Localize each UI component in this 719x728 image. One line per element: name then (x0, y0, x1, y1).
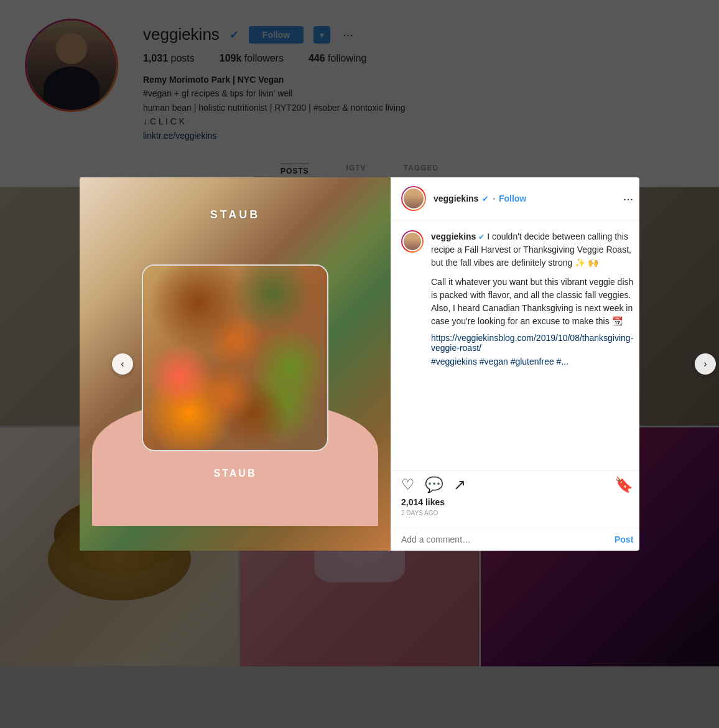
post-content-panel: veggiekins ✔ • Follow ··· veggiekins (391, 177, 639, 551)
action-icons-row: ♡ 💬 ↗ 🔖 (401, 477, 633, 492)
caption-body-2: Call it whatever you want but this vibra… (431, 276, 633, 328)
dish-bowl (142, 264, 328, 451)
post-actions: ♡ 💬 ↗ 🔖 2,014 likes 2 days ago (391, 470, 639, 528)
caption-username[interactable]: veggiekins (431, 231, 476, 241)
modal-more-button[interactable]: ··· (623, 192, 634, 206)
comment-input-area: Post (391, 528, 639, 551)
post-time: 2 days ago (401, 510, 633, 516)
like-button[interactable]: ♡ (401, 477, 415, 492)
modal-overlay[interactable]: ‹ STAUB STAUB veggiekins ✔ (0, 0, 719, 728)
main-caption: veggiekins ✔ I couldn't decide between c… (401, 230, 633, 366)
modal-prev-arrow[interactable]: ‹ (112, 353, 133, 375)
post-modal-header: veggiekins ✔ • Follow ··· (391, 177, 639, 220)
caption-text-block: veggiekins ✔ I couldn't decide between c… (431, 230, 633, 366)
share-button[interactable]: ↗ (453, 477, 466, 492)
post-modal: STAUB STAUB veggiekins ✔ • Follow (80, 177, 639, 551)
modal-username[interactable]: veggiekins (434, 194, 478, 203)
caption-avatar (402, 231, 422, 251)
caption-avatar-ring (401, 230, 424, 253)
modal-verified-icon: ✔ (482, 194, 489, 203)
modal-avatar-ring (401, 186, 426, 211)
bookmark-button[interactable]: 🔖 (615, 477, 633, 492)
comment-input[interactable] (401, 534, 608, 544)
comment-post-button[interactable]: Post (615, 534, 633, 544)
post-hashtags: #veggiekins #vegan #glutenfree #... (431, 357, 633, 366)
caption-verified-icon: ✔ (478, 233, 485, 241)
post-body: veggiekins ✔ I couldn't decide between c… (391, 220, 639, 470)
modal-header-info: veggiekins ✔ • Follow (434, 194, 616, 203)
modal-next-arrow[interactable]: › (695, 353, 716, 375)
staub-bottom-label: STAUB (214, 468, 257, 479)
comment-button[interactable]: 💬 (425, 477, 443, 492)
caption-text: veggiekins ✔ I couldn't decide between c… (431, 230, 633, 269)
modal-avatar-image (402, 187, 425, 210)
post-link[interactable]: https://veggiekinsblog.com/2019/10/08/th… (431, 333, 633, 353)
likes-count: 2,014 likes (401, 497, 633, 507)
dish-veggies (143, 266, 327, 450)
modal-follow-link[interactable]: Follow (499, 194, 526, 203)
